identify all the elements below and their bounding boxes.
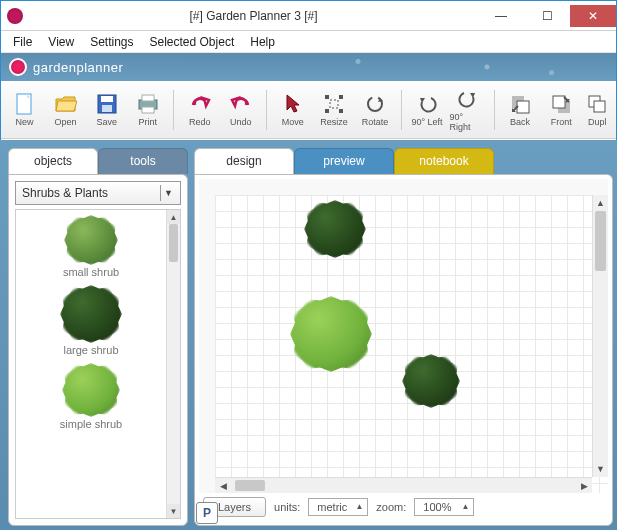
brand-icon [9,58,27,76]
scroll-thumb[interactable] [169,224,178,262]
simple-shrub-icon [65,366,117,414]
svg-rect-9 [339,95,343,99]
canvas-shrub[interactable] [405,357,457,405]
canvas-shrub[interactable] [293,299,369,369]
list-item[interactable]: large shrub [63,288,119,356]
svg-rect-8 [325,95,329,99]
p-button[interactable]: P [196,502,218,524]
menu-file[interactable]: File [7,33,38,51]
svg-rect-7 [330,100,338,108]
object-list-scrollbar[interactable]: ▲ ▼ [166,210,180,518]
rotate-left-button[interactable]: 90° Left [407,86,446,134]
window-title: [#] Garden Planner 3 [#] [29,9,478,23]
category-select[interactable]: Shrubs & Plants ▼ [15,181,181,205]
canvas-shrub[interactable] [307,203,363,255]
redo-label: Redo [189,117,211,127]
main-area: objects tools Shrubs & Plants ▼ small sh… [0,140,617,530]
duplicate-button[interactable]: Dupl [583,86,612,134]
tab-tools[interactable]: tools [98,148,188,174]
object-list: small shrub large shrub simple shrub ▲ ▼ [15,209,181,519]
svg-rect-2 [101,96,113,102]
rotate-left-icon [416,93,438,115]
tab-notebook[interactable]: notebook [394,148,494,174]
undo-icon [230,93,252,115]
close-button[interactable]: ✕ [570,5,616,27]
list-item[interactable]: simple shrub [60,366,122,430]
scroll-up-icon[interactable]: ▲ [167,210,180,224]
menu-settings[interactable]: Settings [84,33,139,51]
status-bar: Layers units: metric▲ zoom: 100%▲ [199,493,608,521]
scroll-up-icon[interactable]: ▲ [593,195,608,211]
scroll-down-icon[interactable]: ▼ [167,504,180,518]
scroll-thumb[interactable] [595,211,606,271]
title-bar: [#] Garden Planner 3 [#] — ☐ ✕ [1,1,616,31]
save-label: Save [96,117,117,127]
zoom-select[interactable]: 100%▲ [414,498,474,516]
send-back-button[interactable]: Back [501,86,540,134]
toolbar-separator [494,90,495,130]
undo-button[interactable]: Undo [221,86,260,134]
canvas-hscrollbar[interactable]: ◀ ▶ [215,477,592,493]
save-button[interactable]: Save [87,86,126,134]
units-value: metric [317,501,347,513]
item-label: simple shrub [60,418,122,430]
scroll-right-icon[interactable]: ▶ [576,478,592,494]
design-panel: ▲ ▼ ◀ ▶ Layers units: metric▲ zoom: 100%… [194,174,613,526]
canvas-vscrollbar[interactable]: ▲ ▼ [592,195,608,477]
right-panel: design preview notebook ▲ ▼ ◀ ▶ [194,148,613,526]
tab-design[interactable]: design [194,148,294,174]
scroll-down-icon[interactable]: ▼ [593,461,608,477]
zoom-value: 100% [423,501,451,513]
toolbar: New Open Save Print Redo Undo Move Resiz… [1,81,616,139]
rotate-right-button[interactable]: 90° Right [449,86,488,134]
resize-icon [323,93,345,115]
rotate-icon [364,93,386,115]
object-list-inner: small shrub large shrub simple shrub [16,210,166,518]
svg-rect-3 [102,105,112,112]
maximize-button[interactable]: ☐ [524,5,570,27]
rotate-right-icon [457,88,479,110]
svg-rect-11 [339,109,343,113]
units-label: units: [274,501,300,513]
svg-rect-6 [142,107,154,113]
left-tabs: objects tools [8,148,188,174]
new-file-icon [14,93,36,115]
scroll-left-icon[interactable]: ◀ [215,478,231,494]
floppy-icon [96,93,118,115]
scroll-thumb[interactable] [235,480,265,491]
item-label: small shrub [63,266,119,278]
tab-objects[interactable]: objects [8,148,98,174]
bring-front-button[interactable]: Front [542,86,581,134]
minimize-button[interactable]: — [478,5,524,27]
move-label: Move [282,117,304,127]
print-label: Print [138,117,157,127]
cursor-icon [282,93,304,115]
brand-text: gardenplanner [33,60,123,75]
bring-front-icon [550,93,572,115]
move-button[interactable]: Move [273,86,312,134]
menu-view[interactable]: View [42,33,80,51]
svg-rect-5 [142,95,154,101]
list-item[interactable]: small shrub [63,218,119,278]
menu-help[interactable]: Help [244,33,281,51]
tab-preview[interactable]: preview [294,148,394,174]
resize-button[interactable]: Resize [314,86,353,134]
resize-label: Resize [320,117,348,127]
units-select[interactable]: metric▲ [308,498,368,516]
send-back-icon [509,93,531,115]
item-label: large shrub [63,344,118,356]
design-canvas[interactable] [215,195,608,493]
rotate-label: Rotate [362,117,389,127]
svg-rect-10 [325,109,329,113]
rotate-button[interactable]: Rotate [355,86,394,134]
brand-strip: gardenplanner [1,53,616,81]
toolbar-separator [401,90,402,130]
menu-selected-object[interactable]: Selected Object [144,33,241,51]
category-value: Shrubs & Plants [22,186,108,200]
open-button[interactable]: Open [46,86,85,134]
new-button[interactable]: New [5,86,44,134]
folder-open-icon [55,93,77,115]
chevron-up-icon: ▲ [355,502,363,511]
print-button[interactable]: Print [128,86,167,134]
redo-button[interactable]: Redo [180,86,219,134]
